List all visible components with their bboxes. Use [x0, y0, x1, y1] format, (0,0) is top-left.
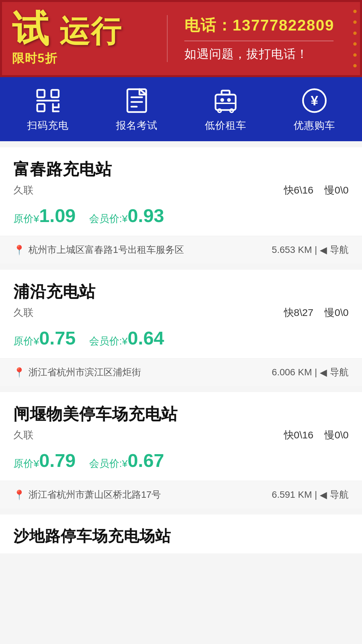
station-meta-3: 久联 快0\16 慢0\0 [13, 428, 349, 442]
svg-point-18 [228, 99, 230, 101]
pin-icon-3: 📍 [13, 489, 25, 500]
price-original-2: 原价¥0.75 [13, 327, 76, 349]
slow-total-1: 0 [343, 184, 349, 196]
luggage-icon [210, 87, 241, 114]
station-ports-3: 快0\16 慢0\0 [284, 428, 349, 442]
price-member-2: 会员价:¥0.64 [89, 327, 164, 349]
station-meta-2: 久联 快8\27 慢0\0 [13, 306, 349, 320]
nav-label-exam-register: 报名考试 [116, 119, 158, 132]
station-ports-1: 快6\16 慢0\0 [284, 183, 349, 197]
station-card-4[interactable]: 沙地路停车场充电场站 [0, 515, 362, 553]
svg-rect-19 [222, 91, 230, 95]
svg-rect-13 [216, 95, 236, 110]
station-location-1[interactable]: 📍 杭州市上城区富春路1号出租车服务区 5.653 KM | ◀ 导航 [0, 236, 362, 264]
banner-right: 电话：13777822809 如遇问题，拔打电话！ [174, 8, 360, 69]
price-original-3: 原价¥0.79 [13, 449, 76, 471]
nav-label-scan-charge: 扫码充电 [27, 119, 69, 132]
slow-count-1: 0 [335, 184, 340, 196]
banner-discount: 限时5折 [12, 50, 58, 67]
price-member-1: 会员价:¥0.93 [89, 205, 164, 226]
station-address-2: 📍 浙江省杭州市滨江区浦炬街 [13, 366, 141, 379]
station-nav-1[interactable]: 5.653 KM | ◀ 导航 [272, 244, 349, 256]
svg-rect-1 [51, 90, 59, 97]
station-location-3[interactable]: 📍 浙江省杭州市萧山区桥北路17号 6.591 KM | ◀ 导航 [0, 481, 362, 508]
station-name-3: 闸堰物美停车场充电站 [13, 404, 349, 425]
nav-item-car-rental[interactable]: 低价租车 [181, 87, 270, 132]
nav-bar: 扫码充电 报名考试 [0, 77, 362, 141]
station-address-1: 📍 杭州市上城区富春路1号出租车服务区 [13, 244, 184, 256]
station-brand-2: 久联 [13, 306, 34, 320]
banner-divider [167, 15, 168, 62]
banner-divider-horizontal [184, 41, 334, 41]
nav-arrow-icon-3: ◀ [320, 489, 327, 500]
pin-icon-1: 📍 [13, 245, 25, 256]
station-main-2: 浦沿充电站 久联 快8\27 慢0\0 原价¥0.75 会员价:¥0.64 [0, 270, 362, 358]
station-nav-3[interactable]: 6.591 KM | ◀ 导航 [272, 488, 349, 501]
station-list: 富春路充电站 久联 快6\16 慢0\0 原价¥1.09 会员价:¥0.93 [0, 141, 362, 553]
fast-total-1: 16 [302, 184, 313, 196]
price-member-3: 会员价:¥0.67 [89, 449, 164, 471]
station-name-2: 浦沿充电站 [13, 281, 349, 303]
slow-total-3: 0 [343, 429, 349, 440]
banner-note: 如遇问题，拔打电话！ [184, 46, 350, 62]
svg-rect-2 [37, 104, 45, 111]
nav-item-car-purchase[interactable]: ¥ 优惠购车 [270, 87, 359, 132]
nav-separator-1: | [315, 245, 317, 255]
slow-count-2: 0 [335, 307, 340, 318]
slow-total-2: 0 [343, 307, 349, 318]
station-card-3[interactable]: 闸堰物美停车场充电站 久联 快0\16 慢0\0 原价¥0.79 会员价:¥0.… [0, 392, 362, 508]
nav-label-car-rental: 低价租车 [205, 119, 246, 132]
station-brand-3: 久联 [13, 428, 34, 442]
station-card-1[interactable]: 富春路充电站 久联 快6\16 慢0\0 原价¥1.09 会员价:¥0.93 [0, 147, 362, 264]
station-name-1: 富春路充电站 [13, 159, 349, 180]
slow-label-2: 慢 [324, 307, 335, 318]
scan-icon [33, 87, 63, 114]
nav-item-exam-register[interactable]: 报名考试 [92, 87, 181, 132]
slow-label-1: 慢 [324, 184, 335, 196]
fast-total-2: 27 [302, 307, 313, 318]
station-prices-3: 原价¥0.79 会员价:¥0.67 [13, 449, 349, 471]
fast-label-1: 快 [284, 184, 294, 196]
fast-total-3: 16 [302, 429, 313, 440]
fast-count-3: 0 [294, 429, 300, 440]
station-brand-1: 久联 [13, 183, 34, 197]
svg-point-17 [221, 99, 224, 101]
fast-label-3: 快 [284, 429, 294, 440]
station-nav-2[interactable]: 6.006 KM | ◀ 导航 [272, 366, 349, 379]
fast-count-2: 8 [294, 307, 300, 318]
station-meta-1: 久联 快6\16 慢0\0 [13, 183, 349, 197]
fast-label-2: 快 [284, 307, 294, 318]
nav-label-car-purchase: 优惠购车 [294, 119, 335, 132]
station-prices-1: 原价¥1.09 会员价:¥0.93 [13, 205, 349, 226]
station-prices-2: 原价¥0.75 会员价:¥0.64 [13, 327, 349, 349]
slow-label-3: 慢 [324, 429, 335, 440]
station-ports-2: 快8\27 慢0\0 [284, 306, 349, 320]
document-icon [122, 87, 152, 114]
station-main-1: 富春路充电站 久联 快6\16 慢0\0 原价¥1.09 会员价:¥0.93 [0, 147, 362, 236]
promo-banner[interactable]: 试 运行 限时5折 电话：13777822809 如遇问题，拔打电话！ [0, 0, 362, 77]
price-original-1: 原价¥1.09 [13, 205, 76, 226]
pin-icon-2: 📍 [13, 367, 25, 378]
station-location-2[interactable]: 📍 浙江省杭州市滨江区浦炬街 6.006 KM | ◀ 导航 [0, 358, 362, 386]
banner-title: 试 运行 [12, 11, 122, 48]
station-main-3: 闸堰物美停车场充电站 久联 快0\16 慢0\0 原价¥0.79 会员价:¥0.… [0, 392, 362, 481]
banner-phone: 电话：13777822809 [184, 15, 350, 36]
station-address-3: 📍 浙江省杭州市萧山区桥北路17号 [13, 488, 161, 501]
yuan-icon: ¥ [299, 87, 329, 114]
nav-arrow-icon-2: ◀ [320, 367, 327, 378]
nav-arrow-icon-1: ◀ [320, 245, 327, 256]
station-card-2[interactable]: 浦沿充电站 久联 快8\27 慢0\0 原价¥0.75 会员价:¥0.64 [0, 270, 362, 386]
banner-dots [350, 2, 360, 75]
nav-separator-3: | [315, 489, 317, 500]
fast-count-1: 6 [294, 184, 300, 196]
station-name-4: 沙地路停车场充电场站 [13, 526, 349, 547]
banner-left: 试 运行 限时5折 [2, 4, 160, 73]
nav-item-scan-charge[interactable]: 扫码充电 [3, 87, 92, 132]
nav-separator-2: | [315, 367, 317, 378]
slow-count-3: 0 [335, 429, 340, 440]
svg-rect-0 [37, 90, 45, 97]
svg-text:¥: ¥ [310, 93, 318, 108]
